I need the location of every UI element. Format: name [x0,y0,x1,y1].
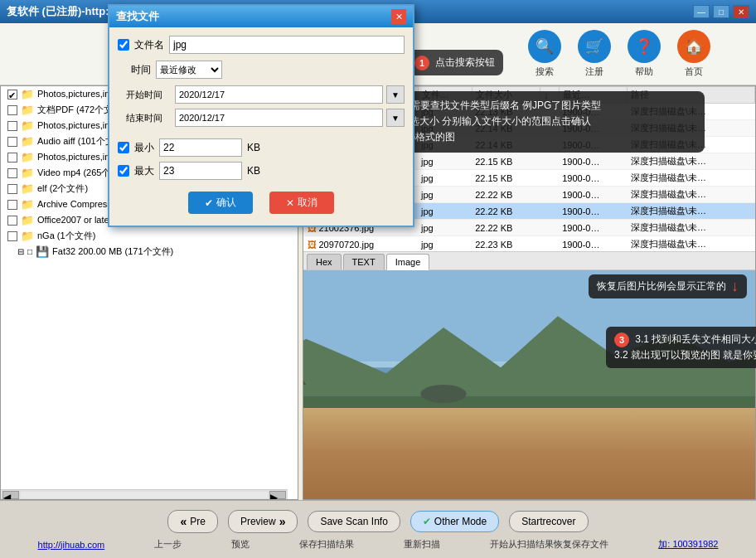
checkbox-gif[interactable] [7,153,17,163]
filename-input[interactable] [169,36,405,54]
cell-size: 22.15 KB [472,170,540,187]
cell-filename: 🖼20970720.jpg [304,236,419,253]
end-time-calendar-button[interactable]: ▼ [386,109,405,127]
cell-date: 1900-0… [559,236,628,253]
cell-date: 1900-0… [559,220,628,236]
min-size-checkbox[interactable] [118,142,129,153]
dialog-close-button[interactable]: ✕ [391,9,406,24]
help-toolbar-button[interactable]: ❓ 帮助 [628,30,661,78]
dialog-body: 文件名 时间 最近修改 开始时间 ▼ 结束时间 ▼ 最小 [109,27,413,226]
checkbox-tif[interactable] [7,121,17,131]
annotation-bubble-1: 1 点击搜索按钮 [406,50,503,75]
scroll-right-btn[interactable]: ▶ [269,491,286,499]
end-time-input[interactable] [175,109,383,127]
folder-icon-gif: 📁 [21,151,34,163]
folder-icon-zip: 📁 [21,198,34,211]
tab-image[interactable]: Image [386,254,430,270]
checkbox-png[interactable]: ✔ [7,90,17,99]
start-time-input[interactable] [175,85,383,104]
tree-item-fat32[interactable]: ⊟ □ 💾 Fat32 200.00 MB (171个文件) [1,244,298,260]
bottom-labels-row: http://jihuab.com 上一步 预览 保存扫描结果 重新扫描 开始从… [0,538,756,554]
pre-button[interactable]: « Pre [167,510,217,533]
other-mode-button[interactable]: ✔ Other Mode [410,511,499,532]
cell-path: 深度扫描磁盘\未… [628,203,755,220]
bottom-buttons-row: « Pre Preview » Save Scan Info ✔ Other M… [0,505,756,538]
startrecover-button[interactable]: Startrecover [509,511,588,532]
start-time-calendar-button[interactable]: ▼ [386,85,405,104]
tab-text[interactable]: TEXT [343,254,385,269]
preview-tabs: Hex TEXT Image 3 3.1 找到和丢失文件相同大小的文件 点击它3… [303,252,755,270]
cell-date: 1900-0… [559,153,628,170]
cell-sort [540,153,559,170]
home-toolbar-button[interactable]: 🏠 首页 [677,30,710,78]
cell-type: jpg [418,153,472,170]
time-mode-select[interactable]: 最近修改 [156,61,222,79]
label-prev-step: 上一步 [154,538,182,551]
preview-label: Preview [240,516,276,527]
link-qq[interactable]: 加: 100391982 [658,538,718,551]
file-icon: 🖼 [308,240,317,250]
check-icon: ✔ [423,516,431,527]
bottom-bar: « Pre Preview » Save Scan Info ✔ Other M… [0,500,756,558]
checkbox-zip[interactable] [7,200,17,210]
cell-date: 1900-0… [559,170,628,187]
filename-checkbox[interactable] [118,39,129,51]
save-scan-button[interactable]: Save Scan Info [308,511,400,532]
svg-marker-4 [303,396,755,420]
tree-label-fat32: Fat32 200.00 MB (171个文件) [52,245,291,258]
label-startrecover: 开始从扫描结果恢复保存文件 [490,538,608,551]
folder-icon-aiff: 📁 [21,135,34,148]
annotation-bubble-4: 恢复后图片比例会显示正常的 ↓ [589,274,747,298]
beach-svg [303,270,755,499]
register-toolbar-button[interactable]: 🛒 注册 [578,30,611,78]
max-size-input[interactable] [159,162,242,180]
min-size-input[interactable] [159,138,242,157]
minimize-button[interactable]: — [693,5,710,18]
max-size-checkbox[interactable] [118,165,129,177]
annotation-number-1: 1 [414,56,429,70]
pre-arrow-icon: « [180,515,187,528]
cell-sort [540,170,559,187]
min-size-unit: KB [247,142,260,153]
register-label: 注册 [585,66,603,78]
folder-icon-pdf: 📁 [21,104,34,116]
dialog-ok-button[interactable]: ✔ 确认 [188,192,253,214]
checkbox-pdf[interactable] [7,105,17,115]
register-icon: 🛒 [578,30,611,63]
close-button[interactable]: ✕ [733,5,749,18]
cell-type: jpg [418,220,472,236]
checkbox-nga[interactable] [7,231,17,241]
preview-button[interactable]: Preview » [228,510,298,533]
checkbox-elf[interactable] [7,184,17,194]
cell-path: 深度扫描磁盘\未… [628,187,755,203]
checkbox-xlsx[interactable] [7,216,17,226]
cell-path: 深度扫描磁盘\未… [628,170,755,187]
min-size-label: 最小 [134,141,154,155]
checkbox-mp4[interactable] [7,168,17,178]
folder-icon-elf: 📁 [21,182,34,195]
cell-size: 22.22 KB [472,203,540,220]
search-label: 搜索 [536,66,554,78]
ok-label: 确认 [216,196,236,210]
preview-arrow-icon: » [279,515,286,528]
maximize-button[interactable]: □ [713,5,729,18]
filename-check-label: 文件名 [134,38,164,52]
cell-path: 深度扫描磁盘\未… [628,236,755,253]
other-mode-label: Other Mode [434,516,487,527]
dialog-cancel-button[interactable]: ✕ 取消 [269,192,334,214]
search-toolbar-button[interactable]: 🔍 搜索 [528,30,561,78]
svg-point-7 [420,385,466,403]
table-row[interactable]: 🖼20970720.jpg jpg 22.23 KB 1900-0… 深度扫描磁… [304,236,755,253]
cell-size: 22.15 KB [472,153,540,170]
tab-hex[interactable]: Hex [307,254,342,269]
cell-size: 22.22 KB [472,220,540,236]
link-jihuab[interactable]: http://jihuab.com [38,540,105,550]
folder-icon-mp4: 📁 [21,167,34,179]
cancel-x-icon: ✕ [286,197,294,209]
pre-label: Pre [190,516,206,527]
max-size-row: 最大 KB [118,162,405,180]
tree-item-nga[interactable]: 📁 nGa (1个文件) [1,228,298,244]
scroll-left-btn[interactable]: ◀ [2,491,19,499]
checkbox-aiff[interactable] [7,137,17,147]
cell-type: jpg [418,170,472,187]
